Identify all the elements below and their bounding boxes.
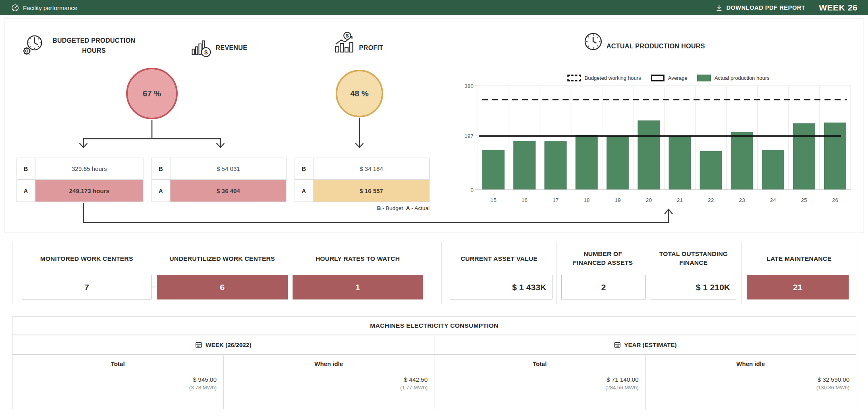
electricity-title: MACHINES ELECTRICITY CONSUMPTION <box>12 317 856 335</box>
legend-label: Budgeted working hours <box>585 75 641 81</box>
cell-energy: (284.56 MWh) <box>434 385 645 391</box>
connector-line <box>152 287 157 287</box>
cell-label: Total <box>12 360 223 367</box>
table-row: A 249.173 hours <box>17 180 143 202</box>
chart-bar <box>669 136 691 190</box>
table-row: B 329.65 hours <box>17 158 143 180</box>
x-axis-tick-label: 17 <box>552 197 559 203</box>
table-row: A $ 16 557 <box>295 180 430 202</box>
dashed-line-swatch <box>567 75 581 81</box>
actual-production-hours-chart: 0197380151617181920212223242526 <box>444 83 860 212</box>
hourly-rates-to-watch-label: HOURLY RATES TO WATCH <box>293 254 423 263</box>
chart-bar <box>700 151 722 190</box>
row-key-budget: B <box>152 158 170 180</box>
note-b: B <box>377 205 381 211</box>
x-axis-tick-label: 24 <box>770 197 777 203</box>
divider <box>557 242 557 304</box>
cell-energy: (130.36 MWh) <box>646 385 856 391</box>
week-badge: WEEK 26 <box>819 3 858 12</box>
x-axis-tick-label: 15 <box>490 197 496 203</box>
green-bar-swatch <box>697 75 711 81</box>
download-icon <box>716 4 723 11</box>
x-axis-tick-label: 26 <box>832 197 838 203</box>
current-asset-value: $ 1 433K <box>450 275 552 299</box>
work-centers-panel: MONITORED WORK CENTERS UNDERUTILIZED WOR… <box>12 242 429 304</box>
week-idle-cell: When idle $ 442.50 (1.77 MWh) <box>223 356 434 409</box>
underutilized-work-centers-value: 6 <box>157 275 288 299</box>
legend-label: Average <box>668 75 687 81</box>
actual-hours-value: 249.173 hours <box>35 180 143 202</box>
current-asset-value-label: CURRENT ASSET VALUE <box>446 254 552 263</box>
note-a: A <box>406 205 410 211</box>
budget-actual-note: B - Budget A - Actual <box>309 205 430 211</box>
row-key-actual: A <box>152 180 170 202</box>
cell-energy: (1.77 MWh) <box>224 385 434 391</box>
gauge-icon <box>11 4 19 12</box>
late-maintenance-label: LATE MAINTENANCE <box>745 254 853 263</box>
table-row: B $ 34 184 <box>295 158 430 180</box>
cell-cost: $ 32 590.00 <box>646 376 856 383</box>
year-idle-cell: When idle $ 32 590.00 (130.36 MWh) <box>645 356 856 409</box>
year-total-cell: Total $ 71 140.00 (284.56 MWh) <box>434 356 645 409</box>
chart-bar <box>545 141 567 190</box>
chart-legend: Budgeted working hours Average Actual pr… <box>482 75 855 81</box>
app-header: Facility performance DOWNLOAD PDF REPORT… <box>0 0 868 15</box>
x-axis-tick-label: 18 <box>584 197 590 203</box>
actual-revenue-value: $ 36 404 <box>170 180 287 202</box>
x-axis-tick-label: 21 <box>677 197 683 203</box>
late-maintenance-count: 21 <box>747 275 849 299</box>
chart-bar <box>514 141 536 190</box>
hourly-rates-to-watch-value: 1 <box>293 275 423 299</box>
total-outstanding-finance-label: TOTAL OUTSTANDING FINANCE <box>654 250 733 268</box>
period-week-label: WEEK (26/2022) <box>206 341 251 348</box>
facility-performance-dashboard: { "header": { "title": "Facility perform… <box>0 0 868 420</box>
row-key-actual: A <box>17 180 35 202</box>
chart-bar <box>607 136 629 190</box>
row-key-budget: B <box>295 158 313 180</box>
electricity-period-row: WEEK (26/2022) YEAR (ESTIMATE) <box>12 335 856 355</box>
total-outstanding-finance: $ 1 210K <box>651 275 736 299</box>
page-title: Facility performance <box>23 4 77 11</box>
legend-item-average: Average <box>651 75 687 81</box>
legend-item-actual: Actual production hours <box>697 75 770 81</box>
period-week: WEEK (26/2022) <box>12 335 434 354</box>
chart-bar <box>576 135 598 190</box>
table-row: B $ 54 031 <box>152 158 287 180</box>
profit-table: B $ 34 184 A $ 16 557 <box>295 158 430 202</box>
table-row: A $ 36 404 <box>152 180 287 202</box>
download-pdf-button[interactable]: DOWNLOAD PDF REPORT <box>716 4 805 11</box>
cell-label: Total <box>434 360 645 367</box>
note-a-text: - Actual <box>411 205 430 211</box>
monitored-work-centers-value: 7 <box>22 275 152 299</box>
chart-bar <box>762 150 784 190</box>
x-axis-tick-label: 19 <box>615 197 621 203</box>
period-year: YEAR (ESTIMATE) <box>434 335 856 354</box>
calendar-icon <box>614 341 621 348</box>
budget-profit-value: $ 34 184 <box>313 158 430 180</box>
chart-bar <box>483 150 505 190</box>
cell-cost: $ 71 140.00 <box>434 376 645 383</box>
underutilized-work-centers-label: UNDERUTILIZED WORK CENTERS <box>157 254 288 263</box>
x-axis-tick-label: 20 <box>646 197 652 203</box>
x-axis-tick-label: 25 <box>801 197 807 203</box>
chart-bar <box>793 124 815 190</box>
divider <box>741 242 742 304</box>
actual-profit-value: $ 16 557 <box>313 180 430 202</box>
row-key-actual: A <box>295 180 313 202</box>
row-key-budget: B <box>17 158 35 180</box>
budget-hours-value: 329.65 hours <box>35 158 143 180</box>
number-of-financed-assets: 2 <box>561 275 646 299</box>
chart-bar <box>731 132 753 190</box>
budgeted-hours-table: B 329.65 hours A 249.173 hours <box>17 158 143 202</box>
budget-revenue-value: $ 54 031 <box>170 158 287 180</box>
electricity-values-row: Total $ 945.00 (3.78 MWh) When idle $ 44… <box>12 356 856 409</box>
electricity-consumption-panel: MACHINES ELECTRICITY CONSUMPTION WEEK (2… <box>12 316 856 409</box>
x-axis-tick-label: 22 <box>708 197 714 203</box>
download-pdf-label: DOWNLOAD PDF REPORT <box>726 4 805 11</box>
x-axis-tick-label: 16 <box>521 197 527 203</box>
y-axis-tick-label: 380 <box>464 83 473 89</box>
note-b-text: - Budget <box>382 205 403 211</box>
legend-label: Actual production hours <box>714 75 770 81</box>
y-axis-tick-label: 197 <box>464 133 473 139</box>
solid-line-swatch <box>651 75 664 81</box>
